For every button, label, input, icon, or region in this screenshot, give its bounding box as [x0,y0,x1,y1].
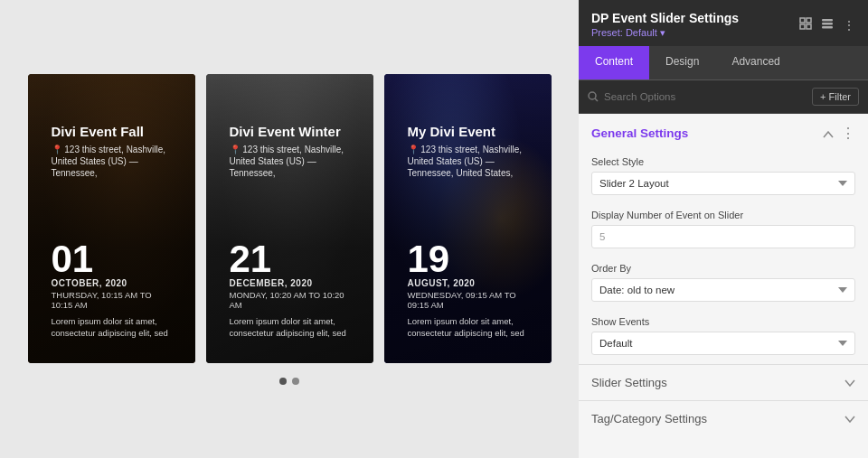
show-events-label: Show Events [591,316,855,327]
panel-subtitle: Preset: Default ▾ [591,27,739,39]
slider-settings-title: Slider Settings [591,376,667,389]
display-number-input[interactable] [591,225,855,248]
general-settings-header: General Settings ⋮ [579,114,868,151]
card-1-date-day: THURSDAY, 10:15 AM TO 10:15 AM [52,290,172,310]
card-3-date-month: AUGUST, 2020 [408,278,528,288]
tab-design[interactable]: Design [649,46,715,79]
search-row: + Filter [579,80,868,114]
card-1-location: 📍 123 this street, Nashville, United Sta… [52,144,172,179]
preview-panel: Divi Event Fall 📍 123 this street, Nashv… [0,0,579,458]
display-number-label: Display Number of Event on Slider [591,210,855,220]
svg-rect-2 [800,24,805,29]
slider-settings-section[interactable]: Slider Settings [579,364,868,400]
card-1-title: Divi Event Fall [52,124,172,140]
card-2-location: 📍 123 this street, Nashville, United Sta… [230,144,350,179]
card-2-date-num: 21 [230,240,350,278]
card-1-content: Divi Event Fall 📍 123 this street, Nashv… [41,113,183,351]
tab-content[interactable]: Content [579,46,649,79]
event-card-2: Divi Event Winter 📍 123 this street, Nas… [206,74,373,363]
card-2-content: Divi Event Winter 📍 123 this street, Nas… [219,113,361,351]
show-events-select[interactable]: Default Upcoming Past [591,332,855,355]
slider-settings-chevron [844,377,855,389]
filter-button[interactable]: + Filter [812,88,859,106]
card-3-desc: Lorem ipsum dolor sit amet, consectetur … [408,315,528,340]
panel-content: General Settings ⋮ Select Style Slider 2… [579,114,868,458]
location-icon-2: 📍 [230,145,241,154]
location-icon-3: 📍 [408,145,419,154]
tag-category-title: Tag/Category Settings [591,412,707,425]
svg-rect-0 [800,18,805,23]
card-3-content: My Divi Event 📍 123 this street, Nashvil… [397,113,539,351]
card-3-date-num: 19 [408,240,528,278]
select-style-select[interactable]: Slider 2 Layout Slider 1 Layout Grid Lay… [591,172,855,195]
section-header-icons: ⋮ [823,125,855,142]
panel-title-group: DP Event Slider Settings Preset: Default… [591,11,739,39]
search-input[interactable] [604,91,807,102]
order-by-row: Order By Date: old to new Date: new to o… [579,257,868,311]
panel-header-icons: ⋮ [799,17,855,33]
dot-1[interactable] [279,378,287,385]
collapse-up-icon[interactable] [823,126,834,142]
cards-container: Divi Event Fall 📍 123 this street, Nashv… [28,74,552,363]
location-icon: 📍 [52,145,62,154]
card-2-date-day: MONDAY, 10:20 AM TO 10:20 AM [230,290,350,310]
card-1-date-num: 01 [52,240,172,278]
grid-view-icon[interactable] [799,17,812,33]
card-2-date-month: DECEMBER, 2020 [230,278,350,288]
svg-rect-4 [822,19,833,22]
display-number-row: Display Number of Event on Slider [579,204,868,257]
card-3-date-day: WEDNESDAY, 09:15 AM TO 09:15 AM [408,290,528,310]
tabs-row: Content Design Advanced [579,46,868,80]
dot-2[interactable] [292,378,299,385]
event-card-1: Divi Event Fall 📍 123 this street, Nashv… [28,74,195,363]
card-3-location: 📍 123 this street, Nashville, United Sta… [408,144,528,179]
svg-rect-1 [807,18,811,23]
panel-title: DP Event Slider Settings [591,11,739,25]
select-style-label: Select Style [591,156,855,167]
section-more-icon[interactable]: ⋮ [841,125,855,142]
card-2-title: Divi Event Winter [230,124,350,140]
panel-header: DP Event Slider Settings Preset: Default… [579,0,868,46]
more-options-icon[interactable]: ⋮ [843,18,855,33]
card-2-desc: Lorem ipsum dolor sit amet, consectetur … [230,315,350,340]
tab-advanced[interactable]: Advanced [715,46,796,79]
event-card-3: My Divi Event 📍 123 this street, Nashvil… [384,74,552,363]
tag-category-chevron [844,413,855,425]
svg-rect-5 [822,23,833,25]
tag-category-section[interactable]: Tag/Category Settings [579,400,868,436]
carousel-dots [279,378,299,385]
search-icon [588,91,599,102]
general-settings-title: General Settings [591,126,688,140]
order-by-label: Order By [591,263,855,274]
svg-point-7 [589,92,596,99]
list-view-icon[interactable] [821,17,834,33]
order-by-select[interactable]: Date: old to new Date: new to old Title [591,278,855,302]
card-3-title: My Divi Event [408,124,528,140]
settings-panel: DP Event Slider Settings Preset: Default… [579,0,868,458]
svg-rect-6 [822,26,833,29]
show-events-row: Show Events Default Upcoming Past [579,311,868,364]
card-1-desc: Lorem ipsum dolor sit amet, consectetur … [52,315,172,340]
card-1-date-month: OCTOBER, 2020 [52,278,172,288]
svg-line-8 [595,98,598,101]
svg-rect-3 [807,24,811,29]
select-style-row: Select Style Slider 2 Layout Slider 1 La… [579,151,868,204]
